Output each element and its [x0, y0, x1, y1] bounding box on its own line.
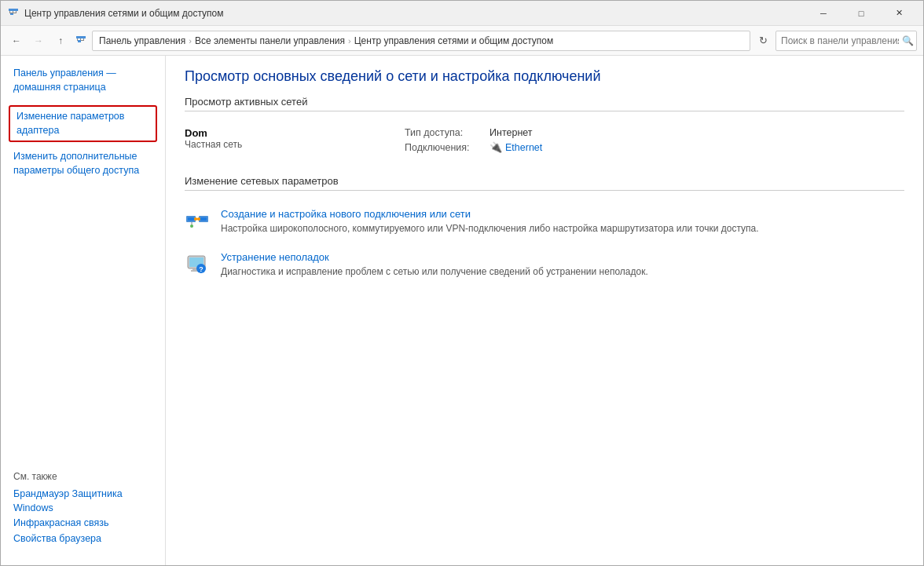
svg-rect-22: [188, 217, 194, 221]
svg-rect-13: [83, 38, 84, 40]
main-window: Центр управления сетями и общим доступом…: [0, 0, 924, 566]
sidebar-infrared-link[interactable]: Инфракрасная связь: [13, 516, 152, 531]
settings-header: Изменение сетевых параметров: [185, 175, 904, 191]
app-icon: [7, 7, 20, 20]
search-input[interactable]: [781, 35, 899, 46]
address-bar: ← → ↑ Панель управления › Все элементы п…: [1, 26, 923, 56]
address-app-icon: [73, 33, 89, 49]
create-connection-content: Создание и настройка нового подключения …: [221, 208, 904, 236]
svg-rect-7: [9, 13, 16, 13]
maximize-button[interactable]: □: [843, 2, 879, 25]
svg-rect-6: [16, 11, 16, 13]
up-button[interactable]: ↑: [51, 31, 70, 50]
back-button[interactable]: ←: [7, 31, 26, 50]
breadcrumb-item-2[interactable]: Все элементы панели управления: [195, 35, 345, 46]
create-connection-link[interactable]: Создание и настройка нового подключения …: [221, 208, 471, 220]
settings-section: Изменение сетевых параметров: [185, 175, 904, 287]
search-icon: 🔍: [902, 35, 914, 46]
ethernet-link[interactable]: 🔌 Ethernet: [490, 141, 542, 153]
svg-rect-1: [12, 9, 15, 11]
svg-rect-2: [15, 9, 18, 11]
troubleshoot-icon: ?: [185, 251, 210, 276]
content-area: Просмотр основных сведений о сети и наст…: [166, 56, 923, 565]
close-button[interactable]: ✕: [881, 2, 917, 25]
sidebar-sharing-link[interactable]: Изменить дополнительные параметры общего…: [1, 148, 165, 179]
troubleshoot-content: Устранение неполадок Диагностика и испра…: [221, 251, 904, 279]
svg-rect-5: [9, 11, 10, 13]
svg-point-24: [190, 225, 193, 228]
breadcrumb-item-1[interactable]: Панель управления: [99, 35, 185, 46]
breadcrumb: Панель управления › Все элементы панели …: [99, 35, 743, 46]
refresh-button[interactable]: ↻: [754, 31, 772, 50]
sidebar-firewall-link[interactable]: Брандмауэр Защитника Windows: [13, 487, 152, 516]
troubleshoot-item: ? Устранение неполадок Диагностика и исп…: [185, 243, 904, 287]
svg-rect-23: [200, 217, 207, 221]
search-box[interactable]: 🔍: [776, 31, 917, 51]
ethernet-icon: 🔌: [490, 141, 502, 153]
sidebar-home-link[interactable]: Панель управления — домашняя страница: [1, 65, 165, 96]
network-info-column: Тип доступа: Интернет Подключения: 🔌 Eth…: [405, 127, 904, 156]
sidebar-browser-link[interactable]: Свойства браузера: [13, 531, 152, 547]
breadcrumb-item-3[interactable]: Центр управления сетями и общим доступом: [354, 35, 554, 46]
minimize-button[interactable]: ─: [805, 2, 842, 25]
svg-rect-10: [82, 36, 86, 38]
access-type-row: Тип доступа: Интернет: [405, 127, 904, 138]
sidebar: Панель управления — домашняя страница Из…: [1, 56, 166, 565]
main-layout: Панель управления — домашняя страница Из…: [1, 56, 923, 565]
sidebar-adapter-link[interactable]: Изменение параметров адаптера: [9, 105, 157, 142]
window-title: Центр управления сетями и общим доступом: [24, 8, 805, 19]
svg-rect-0: [9, 9, 12, 11]
network-subtype: Частная сеть: [185, 139, 405, 150]
ethernet-link-text: Ethernet: [505, 142, 542, 153]
network-name-column: Dom Частная сеть: [185, 127, 405, 150]
troubleshoot-link[interactable]: Устранение неполадок: [221, 251, 329, 263]
network-name: Dom: [185, 127, 405, 139]
access-value: Интернет: [490, 127, 533, 138]
connections-label: Подключения:: [405, 142, 483, 153]
svg-rect-12: [77, 38, 78, 40]
connections-row: Подключения: 🔌 Ethernet: [405, 141, 904, 153]
title-bar: Центр управления сетями и общим доступом…: [1, 1, 923, 26]
active-networks-header: Просмотр активных сетей: [185, 96, 904, 111]
see-also-title: См. также: [13, 471, 152, 482]
active-networks: Dom Частная сеть Тип доступа: Интернет П…: [185, 121, 904, 169]
sidebar-spacer: [1, 179, 165, 462]
access-label: Тип доступа:: [405, 127, 483, 138]
svg-rect-8: [76, 36, 79, 38]
create-connection-icon: [185, 208, 210, 233]
window-controls: ─ □ ✕: [805, 2, 917, 25]
forward-button[interactable]: →: [29, 31, 48, 50]
svg-rect-15: [78, 40, 81, 42]
svg-text:?: ?: [199, 265, 204, 273]
troubleshoot-desc: Диагностика и исправление проблем с сеть…: [221, 265, 904, 279]
page-title: Просмотр основных сведений о сети и наст…: [185, 68, 904, 85]
create-connection-desc: Настройка широкополосного, коммутируемог…: [221, 221, 904, 236]
create-connection-item: Создание и настройка нового подключения …: [185, 200, 904, 243]
svg-rect-9: [79, 36, 82, 38]
sidebar-bottom: См. также Брандмауэр Защитника Windows И…: [1, 462, 165, 556]
address-field[interactable]: Панель управления › Все элементы панели …: [92, 31, 750, 51]
